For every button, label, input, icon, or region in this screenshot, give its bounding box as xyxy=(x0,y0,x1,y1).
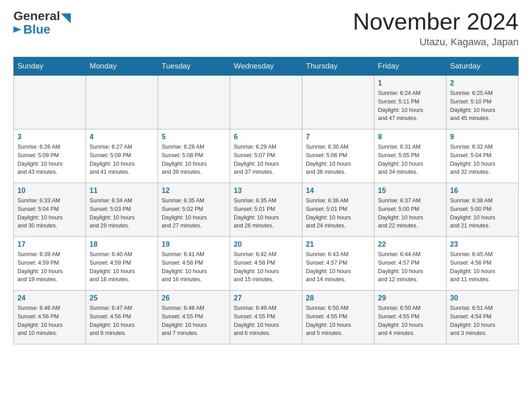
day-number: 1 xyxy=(378,79,442,87)
day-number: 18 xyxy=(90,240,154,248)
day-number: 9 xyxy=(450,133,515,141)
day-info: Sunrise: 6:44 AM Sunset: 4:57 PM Dayligh… xyxy=(378,250,442,284)
calendar-week-row: 17Sunrise: 6:39 AM Sunset: 4:59 PM Dayli… xyxy=(14,237,519,291)
day-info: Sunrise: 6:41 AM Sunset: 4:58 PM Dayligh… xyxy=(162,250,226,284)
calendar-table: Sunday Monday Tuesday Wednesday Thursday… xyxy=(13,57,519,344)
page-header: General Blue November 2024 Utazu, Kagawa… xyxy=(13,9,519,48)
table-row: 2Sunrise: 6:25 AM Sunset: 5:10 PM Daylig… xyxy=(446,76,519,129)
day-number: 11 xyxy=(90,187,154,195)
table-row: 24Sunrise: 6:46 AM Sunset: 4:56 PM Dayli… xyxy=(14,291,86,344)
title-area: November 2024 Utazu, Kagawa, Japan xyxy=(353,9,519,48)
table-row xyxy=(302,76,374,129)
day-number: 8 xyxy=(378,133,442,141)
calendar-week-row: 10Sunrise: 6:33 AM Sunset: 5:04 PM Dayli… xyxy=(14,183,519,237)
table-row: 15Sunrise: 6:37 AM Sunset: 5:00 PM Dayli… xyxy=(374,183,446,237)
day-info: Sunrise: 6:28 AM Sunset: 5:08 PM Dayligh… xyxy=(162,143,226,176)
header-wednesday: Wednesday xyxy=(230,57,302,76)
table-row: 14Sunrise: 6:36 AM Sunset: 5:01 PM Dayli… xyxy=(302,183,374,237)
calendar-week-row: 24Sunrise: 6:46 AM Sunset: 4:56 PM Dayli… xyxy=(14,291,519,344)
day-number: 27 xyxy=(234,294,298,302)
day-number: 14 xyxy=(306,187,370,195)
month-title: November 2024 xyxy=(353,9,519,34)
table-row xyxy=(158,76,230,129)
table-row: 5Sunrise: 6:28 AM Sunset: 5:08 PM Daylig… xyxy=(158,129,230,183)
day-number: 29 xyxy=(378,294,442,302)
table-row: 19Sunrise: 6:41 AM Sunset: 4:58 PM Dayli… xyxy=(158,237,230,291)
day-number: 17 xyxy=(17,240,82,248)
day-number: 16 xyxy=(450,187,515,195)
day-number: 6 xyxy=(234,133,298,141)
table-row: 25Sunrise: 6:47 AM Sunset: 4:56 PM Dayli… xyxy=(86,291,158,344)
logo-blue-text: Blue xyxy=(23,22,51,37)
day-info: Sunrise: 6:43 AM Sunset: 4:57 PM Dayligh… xyxy=(306,250,370,284)
location-title: Utazu, Kagawa, Japan xyxy=(353,36,519,48)
table-row: 12Sunrise: 6:35 AM Sunset: 5:02 PM Dayli… xyxy=(158,183,230,237)
day-number: 13 xyxy=(234,187,298,195)
day-info: Sunrise: 6:33 AM Sunset: 5:04 PM Dayligh… xyxy=(17,197,82,230)
header-thursday: Thursday xyxy=(302,57,374,76)
day-info: Sunrise: 6:32 AM Sunset: 5:04 PM Dayligh… xyxy=(450,143,515,176)
table-row: 4Sunrise: 6:27 AM Sunset: 5:09 PM Daylig… xyxy=(86,129,158,183)
header-monday: Monday xyxy=(86,57,158,76)
header-row: Sunday Monday Tuesday Wednesday Thursday… xyxy=(14,57,519,76)
logo: General Blue xyxy=(13,9,71,37)
day-info: Sunrise: 6:31 AM Sunset: 5:05 PM Dayligh… xyxy=(378,143,442,176)
day-info: Sunrise: 6:29 AM Sunset: 5:07 PM Dayligh… xyxy=(234,143,298,176)
table-row xyxy=(14,76,86,129)
day-number: 12 xyxy=(162,187,226,195)
day-number: 21 xyxy=(306,240,370,248)
day-number: 7 xyxy=(306,133,370,141)
day-info: Sunrise: 6:50 AM Sunset: 4:55 PM Dayligh… xyxy=(306,304,370,338)
table-row: 21Sunrise: 6:43 AM Sunset: 4:57 PM Dayli… xyxy=(302,237,374,291)
day-number: 30 xyxy=(450,294,515,302)
table-row: 20Sunrise: 6:42 AM Sunset: 4:58 PM Dayli… xyxy=(230,237,302,291)
day-info: Sunrise: 6:42 AM Sunset: 4:58 PM Dayligh… xyxy=(234,250,298,284)
day-info: Sunrise: 6:38 AM Sunset: 5:00 PM Dayligh… xyxy=(450,197,515,230)
day-info: Sunrise: 6:47 AM Sunset: 4:56 PM Dayligh… xyxy=(90,304,154,338)
day-info: Sunrise: 6:48 AM Sunset: 4:55 PM Dayligh… xyxy=(162,304,226,338)
table-row: 3Sunrise: 6:26 AM Sunset: 5:09 PM Daylig… xyxy=(14,129,86,183)
day-number: 2 xyxy=(450,79,515,87)
table-row: 26Sunrise: 6:48 AM Sunset: 4:55 PM Dayli… xyxy=(158,291,230,344)
table-row: 16Sunrise: 6:38 AM Sunset: 5:00 PM Dayli… xyxy=(446,183,519,237)
day-number: 3 xyxy=(17,133,82,141)
day-info: Sunrise: 6:40 AM Sunset: 4:59 PM Dayligh… xyxy=(90,250,154,284)
table-row: 29Sunrise: 6:50 AM Sunset: 4:55 PM Dayli… xyxy=(374,291,446,344)
svg-marker-1 xyxy=(13,26,21,33)
calendar-body: 1Sunrise: 6:24 AM Sunset: 5:11 PM Daylig… xyxy=(14,76,519,344)
day-number: 24 xyxy=(17,294,82,302)
table-row: 7Sunrise: 6:30 AM Sunset: 5:06 PM Daylig… xyxy=(302,129,374,183)
table-row: 17Sunrise: 6:39 AM Sunset: 4:59 PM Dayli… xyxy=(14,237,86,291)
day-info: Sunrise: 6:46 AM Sunset: 4:56 PM Dayligh… xyxy=(17,304,82,338)
table-row: 28Sunrise: 6:50 AM Sunset: 4:55 PM Dayli… xyxy=(302,291,374,344)
day-info: Sunrise: 6:45 AM Sunset: 4:56 PM Dayligh… xyxy=(450,250,515,284)
day-info: Sunrise: 6:50 AM Sunset: 4:55 PM Dayligh… xyxy=(378,304,442,338)
header-saturday: Saturday xyxy=(446,57,519,76)
day-info: Sunrise: 6:36 AM Sunset: 5:01 PM Dayligh… xyxy=(306,197,370,230)
day-number: 28 xyxy=(306,294,370,302)
table-row: 11Sunrise: 6:34 AM Sunset: 5:03 PM Dayli… xyxy=(86,183,158,237)
table-row xyxy=(230,76,302,129)
table-row: 6Sunrise: 6:29 AM Sunset: 5:07 PM Daylig… xyxy=(230,129,302,183)
logo-general-text: General xyxy=(13,9,60,23)
header-sunday: Sunday xyxy=(14,57,86,76)
table-row: 8Sunrise: 6:31 AM Sunset: 5:05 PM Daylig… xyxy=(374,129,446,183)
day-info: Sunrise: 6:24 AM Sunset: 5:11 PM Dayligh… xyxy=(378,89,442,123)
day-number: 4 xyxy=(90,133,154,141)
table-row: 27Sunrise: 6:49 AM Sunset: 4:55 PM Dayli… xyxy=(230,291,302,344)
day-number: 5 xyxy=(162,133,226,141)
day-info: Sunrise: 6:49 AM Sunset: 4:55 PM Dayligh… xyxy=(234,304,298,338)
day-info: Sunrise: 6:34 AM Sunset: 5:03 PM Dayligh… xyxy=(90,197,154,230)
day-info: Sunrise: 6:51 AM Sunset: 4:54 PM Dayligh… xyxy=(450,304,515,338)
header-friday: Friday xyxy=(374,57,446,76)
day-info: Sunrise: 6:35 AM Sunset: 5:01 PM Dayligh… xyxy=(234,197,298,230)
svg-marker-0 xyxy=(61,13,71,23)
day-info: Sunrise: 6:35 AM Sunset: 5:02 PM Dayligh… xyxy=(162,197,226,230)
day-info: Sunrise: 6:37 AM Sunset: 5:00 PM Dayligh… xyxy=(378,197,442,230)
day-info: Sunrise: 6:39 AM Sunset: 4:59 PM Dayligh… xyxy=(17,250,82,284)
table-row: 10Sunrise: 6:33 AM Sunset: 5:04 PM Dayli… xyxy=(14,183,86,237)
calendar-week-row: 1Sunrise: 6:24 AM Sunset: 5:11 PM Daylig… xyxy=(14,76,519,129)
day-number: 10 xyxy=(17,187,82,195)
table-row: 30Sunrise: 6:51 AM Sunset: 4:54 PM Dayli… xyxy=(446,291,519,344)
table-row: 1Sunrise: 6:24 AM Sunset: 5:11 PM Daylig… xyxy=(374,76,446,129)
